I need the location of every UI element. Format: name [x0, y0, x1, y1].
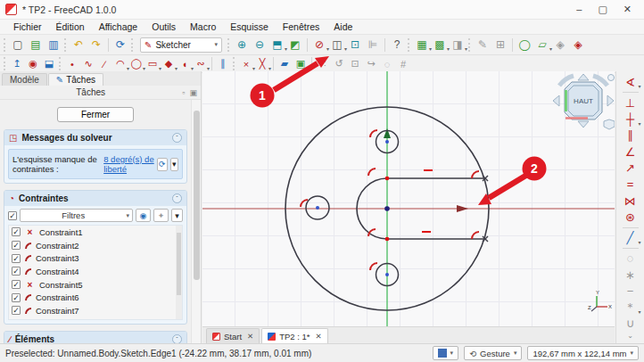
constrain-distance-x-button[interactable]: ┼: [621, 111, 640, 128]
navcube-arrow-down[interactable]: [578, 121, 589, 128]
minimize-button[interactable]: –: [576, 4, 582, 15]
constraint-checkbox[interactable]: ✓: [12, 306, 21, 315]
constraint-checkbox[interactable]: ✓: [12, 254, 21, 263]
menu-item[interactable]: Affichage: [93, 21, 144, 33]
tab-tp2[interactable]: TP2 : 1* ✕: [261, 328, 327, 343]
constraint-row[interactable]: ✓ Constraint2: [9, 239, 182, 252]
dimension-button[interactable]: ╳: [254, 56, 270, 72]
navcube-arrow-right[interactable]: [607, 95, 614, 106]
map-sketch-button[interactable]: ▱: [533, 37, 551, 53]
zoom-box-button[interactable]: ⊡: [346, 37, 364, 53]
toggle-grid-button[interactable]: ▦: [413, 37, 431, 53]
sketch-viewport[interactable]: HAUT Y X Z: [202, 71, 615, 326]
menu-item[interactable]: Fichier: [7, 21, 48, 33]
menu-item[interactable]: Macro: [184, 21, 222, 33]
create-arc-button[interactable]: ◠: [112, 56, 128, 72]
convert-to-bspline-button[interactable]: ◌: [621, 251, 640, 267]
constraint-row[interactable]: ✓ × Constraint1: [9, 226, 182, 239]
constraints-settings-dropdown[interactable]: ▾: [171, 209, 183, 222]
slot-corner-point[interactable]: [385, 177, 390, 181]
menu-item[interactable]: Fenêtres: [277, 21, 326, 33]
save-file-button[interactable]: ▥: [45, 37, 62, 53]
left-circle-center[interactable]: [316, 206, 319, 210]
collapse-icon[interactable]: ˆ: [172, 334, 182, 343]
constrain-perpendicular-button[interactable]: ∠: [621, 144, 640, 160]
solver-refresh-button[interactable]: ⟳: [157, 158, 168, 171]
edit-sketch-button[interactable]: ✎: [474, 37, 491, 53]
create-polygon-button[interactable]: ◆: [161, 56, 177, 72]
create-rectangle-button[interactable]: ▭: [144, 56, 161, 72]
toggle-construction-geometry-button[interactable]: ╱: [621, 229, 640, 245]
solver-messages-header[interactable]: ◳ Messages du solveur ˆ: [4, 130, 186, 145]
create-slot-button[interactable]: ◖: [177, 56, 193, 72]
constraint-row[interactable]: ✓ Constraint4: [9, 265, 182, 278]
constrain-symmetric-button[interactable]: ⋈: [621, 193, 640, 209]
constraint-checkbox[interactable]: ✓: [12, 280, 21, 289]
create-circle-button[interactable]: ◯: [128, 56, 144, 72]
toolbar-overflow-icon[interactable]: ⌄: [627, 332, 633, 340]
close-tab-icon[interactable]: ✕: [316, 332, 322, 341]
fit-all-button[interactable]: ⊕: [233, 37, 251, 53]
close-tab-icon[interactable]: ✕: [247, 332, 253, 341]
whatsthis-button[interactable]: ?: [388, 37, 406, 53]
redo-button[interactable]: ↷: [87, 37, 105, 53]
panel-scrollbar-thumb[interactable]: [194, 111, 200, 280]
menu-item[interactable]: Aide: [327, 21, 359, 33]
tab-taches[interactable]: ✎ Tâches: [48, 73, 103, 86]
navcube-arrow-up[interactable]: [578, 74, 589, 80]
toggle-driving-constraint-button[interactable]: ▰: [277, 56, 293, 72]
leave-sketch-button[interactable]: ↥: [9, 56, 25, 72]
constrain-tangent-button[interactable]: ↗: [621, 160, 640, 176]
constraint-row[interactable]: ✓ × Constraint5: [9, 278, 182, 292]
dimensions-indicator[interactable]: 192,67 mm x 122,14 mm ▾: [527, 346, 639, 360]
tab-modele[interactable]: Modèle: [2, 73, 47, 86]
constraint-row[interactable]: ✓ × Constraint8: [9, 317, 182, 320]
merge-sketch-button[interactable]: ◈: [569, 37, 587, 53]
maximize-button[interactable]: ▢: [598, 4, 607, 15]
refresh-button[interactable]: ⟳: [111, 37, 129, 53]
constrain-distance-y-button[interactable]: ⊥: [621, 95, 640, 111]
fit-selection-button[interactable]: ⊖: [251, 37, 268, 53]
increase-degree-button[interactable]: ∗: [621, 267, 640, 283]
rectangular-array-button[interactable]: #: [395, 56, 411, 72]
bottom-circle-center[interactable]: [385, 273, 389, 276]
constraint-row[interactable]: ✓ Constraint3: [9, 251, 182, 265]
clipping-button[interactable]: ⊘: [310, 37, 328, 53]
constraints-header[interactable]: ◔ Contraintes ˆ: [4, 191, 186, 206]
color-scheme-selector[interactable]: ▾: [433, 346, 459, 360]
origin-point[interactable]: [384, 206, 390, 211]
create-bspline-button[interactable]: ∾: [193, 56, 209, 72]
carbon-copy-button[interactable]: ↪: [363, 56, 379, 72]
menu-item[interactable]: Outils: [145, 21, 182, 33]
toggle-snap-button[interactable]: ▩: [431, 37, 449, 53]
panel-scrollbar[interactable]: [191, 100, 201, 343]
float-panel-icon[interactable]: ▫: [182, 88, 185, 97]
slot-corner-point[interactable]: [385, 237, 390, 242]
tab-start[interactable]: Start ✕: [206, 328, 260, 343]
decrease-multiplicity-button[interactable]: −: [621, 283, 640, 299]
join-curves-button[interactable]: ∪: [621, 316, 640, 332]
elements-header[interactable]: ∕ Éléments ˆ: [4, 332, 186, 343]
constraint-row[interactable]: ✓ Constraint7: [9, 304, 182, 317]
close-button[interactable]: ✕: [623, 4, 632, 15]
constrain-equal-button[interactable]: =: [621, 177, 640, 193]
constraint-checkbox[interactable]: ✓: [12, 241, 21, 250]
constraints-filter-select[interactable]: Filtres ▾: [20, 209, 133, 222]
dock-panel-icon[interactable]: ▣: [189, 88, 197, 97]
render-config-button[interactable]: ◨: [449, 37, 466, 53]
measure-button[interactable]: ⊫: [364, 37, 382, 53]
collapse-icon[interactable]: ˆ: [172, 133, 182, 143]
select-elements-button[interactable]: ⊡: [347, 56, 363, 72]
constraint-row[interactable]: ✓ Constraint6: [9, 291, 182, 304]
constraint-checkbox[interactable]: ✓: [12, 319, 21, 320]
select-dof-button[interactable]: ⁙: [315, 56, 331, 72]
mirror-sketch-button[interactable]: ⊞: [491, 37, 509, 53]
constrain-coincident-button[interactable]: ×: [238, 56, 254, 72]
collapse-icon[interactable]: ˆ: [172, 193, 182, 203]
dof-link[interactable]: 8 degré(s) de liberté: [103, 154, 154, 174]
navcube-circle[interactable]: [608, 75, 615, 81]
sync-view-button[interactable]: ◩: [286, 37, 304, 53]
std-views-button[interactable]: ⬒: [268, 37, 286, 53]
view-section-button[interactable]: ⬓: [41, 56, 57, 72]
constrain-block-button[interactable]: ⊛: [621, 209, 640, 225]
